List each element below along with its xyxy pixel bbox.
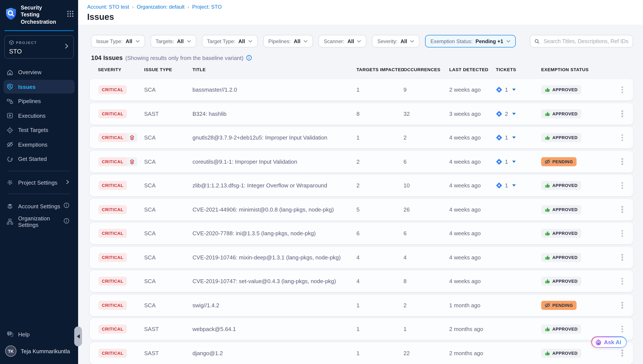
module-grid-icon[interactable] [67,10,74,19]
eye-off-status-icon [545,302,550,308]
severity-badge: CRITICAL [98,300,127,310]
ai-robot-icon [594,338,602,346]
issue-row[interactable]: CRITICAL SCA CVE-2019-10746: mixin-deep@… [90,246,633,268]
issue-title: django@1.2 [193,350,223,356]
issue-type: SCA [144,206,156,212]
ticket-cell[interactable]: 1 [496,158,516,165]
row-menu-button[interactable] [619,108,625,120]
last-detected: 2 months ago [449,350,483,356]
exemption-status-badge: APPROVED [541,205,581,214]
row-menu-button[interactable] [619,347,625,359]
header-targets-impacted: TARGETS IMPACTED [356,67,404,72]
ticket-caret-icon [512,160,516,162]
filter-targets[interactable]: Targets: All [150,35,196,48]
sidebar-item-exemptions[interactable]: Exemptions [4,138,75,152]
issue-row[interactable]: CRITICAL SCA gnutls28@3.7.9-2+deb12u5: I… [90,127,633,148]
targets-impacted: 6 [356,230,359,236]
thumbs-up-icon [545,350,550,356]
sidebar-item-test-targets[interactable]: Test Targets [4,123,75,137]
breadcrumb-account[interactable]: Account: STO test [87,4,129,10]
header-last-detected: LAST DETECTED [449,67,488,72]
issue-row[interactable]: CRITICAL SCA bassmaster//1.2.0 1 9 2 wee… [90,79,633,100]
help-button[interactable]: ? Help [0,327,78,342]
info-icon[interactable] [64,218,70,226]
sidebar-item-organization-settings[interactable]: Organization Settings [4,215,75,229]
row-menu-button[interactable] [619,323,625,335]
sidebar-nav: Overview Issues Pipelines [0,65,78,167]
ticket-cell[interactable]: 1 [496,134,516,141]
issues-count-line: 104 Issues (Showing results only from th… [91,54,633,61]
exemption-status-badge: APPROVED [541,253,581,262]
filter-target-type[interactable]: Target Type: All [202,35,257,48]
sidebar-item-overview[interactable]: Overview [4,66,75,79]
thumbs-up-icon [545,326,550,332]
ask-ai-button[interactable]: Ask AI [591,336,626,348]
breadcrumb-organization[interactable]: Organization: default [137,4,185,10]
row-menu-button[interactable] [619,227,625,240]
sidebar-item-pipelines[interactable]: Pipelines [4,94,75,108]
info-icon[interactable] [64,202,70,210]
eye-off-status-icon [545,159,550,164]
row-menu-button[interactable] [619,84,625,96]
sidebar-item-label: Organization Settings [18,216,64,228]
user-menu[interactable]: TK Teja Kummarikuntla [0,342,78,360]
issue-title: swig//1.4.2 [193,302,219,308]
issues-table: SEVERITY ISSUE TYPE TITLE TARGETS IMPACT… [90,67,633,364]
issue-row[interactable]: CRITICAL SAST django@1.2 1 22 2 months a… [90,342,633,364]
issue-row[interactable]: CRITICAL SCA swig//1.4.2 1 2 1 month ago… [90,294,633,316]
issue-row[interactable]: CRITICAL SCA zlib@1:1.2.13.dfsg-1: Integ… [90,175,633,196]
thumbs-up-icon [545,206,550,212]
issue-type: SCA [144,158,156,165]
breadcrumb-separator: › [132,4,134,10]
filter-severity[interactable]: Severity: All [372,35,420,48]
issue-row[interactable]: CRITICAL SCA coreutils@9.1-1: Improper I… [90,151,633,172]
sidebar-item-issues[interactable]: Issues [4,80,75,94]
row-menu-button[interactable] [619,299,625,312]
sidebar-item-project-settings[interactable]: Project Settings [4,176,75,190]
sidebar-item-account-settings[interactable]: Account Settings [4,200,75,213]
sidebar-item-executions[interactable]: Executions [4,109,75,123]
ticket-count: 1 [505,158,508,165]
breadcrumb-project[interactable]: Project: STO [192,4,222,10]
issue-row[interactable]: CRITICAL SCA CVE-2020-7788: ini@1.3.5 (l… [90,222,633,244]
issue-row[interactable]: CRITICAL SAST webpack@5.64.1 1 1 2 month… [90,318,633,340]
issue-type: SCA [144,86,156,93]
main-content: Account: STO test › Organization: defaul… [78,0,643,364]
chevron-right-icon [66,179,70,186]
project-selector[interactable]: PROJECT STO [4,36,74,59]
severity-badge: CRITICAL [98,348,127,358]
shield-search-icon [7,84,13,90]
search-input[interactable] [543,38,629,45]
last-detected: 1 month ago [449,302,480,308]
issue-type: SCA [144,134,156,141]
row-menu-button[interactable] [619,251,625,264]
row-menu-button[interactable] [619,179,625,192]
filter-issue-type[interactable]: Issue Type: All [91,35,145,48]
severity-badge: CRITICAL [98,85,127,94]
filter-pipelines[interactable]: Pipelines: All [263,35,313,48]
ticket-count: 2 [505,110,508,117]
row-menu-button[interactable] [619,155,625,168]
occurrences: 26 [403,206,410,212]
ticket-cell[interactable]: 1 [496,182,516,189]
ticket-cell[interactable]: 2 [496,110,516,117]
severity-badge: CRITICAL [98,229,127,238]
last-detected: 2 months ago [449,326,483,332]
ticket-cell[interactable]: 1 [496,86,516,93]
row-menu-button[interactable] [619,275,625,288]
sidebar-collapse-handle[interactable] [74,326,82,346]
issue-title: CVE-2019-10746: mixin-deep@1.3.1 (lang-p… [193,254,341,260]
chevron-down-icon [410,40,414,42]
divider [8,194,70,194]
issue-row[interactable]: CRITICAL SCA CVE-2019-10747: set-value@0… [90,270,633,292]
severity-badge: CRITICAL [98,109,127,118]
row-menu-button[interactable] [619,203,625,216]
filter-scanner[interactable]: Scanner: All [318,35,367,48]
issue-row[interactable]: CRITICAL SCA CVE-2021-44906: minimist@0.… [90,198,633,220]
issue-title: coreutils@9.1-1: Improper Input Validati… [193,158,297,165]
filter-exemption-status[interactable]: Exemption Status: Pending +1 [425,35,516,48]
row-menu-button[interactable] [619,131,625,144]
info-icon[interactable] [246,55,252,61]
issue-row[interactable]: CRITICAL SAST B324: hashlib 8 32 3 weeks… [90,103,633,124]
sidebar-item-get-started[interactable]: Get Started [4,152,75,166]
